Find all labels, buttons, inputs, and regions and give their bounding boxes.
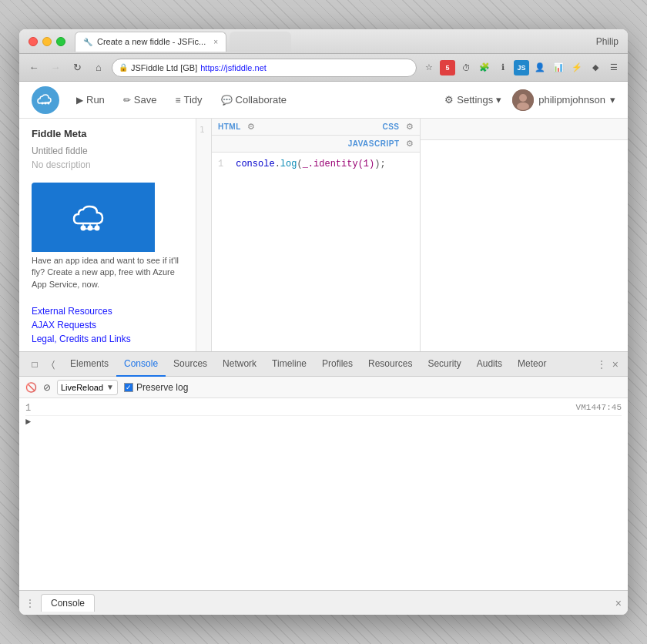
bottom-console-tab[interactable]: Console bbox=[41, 594, 95, 612]
code-console: console bbox=[236, 159, 274, 169]
tab-security[interactable]: Security bbox=[420, 352, 468, 377]
tab-sources[interactable]: Sources bbox=[166, 352, 215, 377]
tab-audits[interactable]: Audits bbox=[469, 352, 510, 377]
ext-icon-1[interactable]: 5 bbox=[440, 60, 455, 75]
external-resources-link[interactable]: External Resources bbox=[32, 305, 183, 317]
home-button[interactable]: ⌂ bbox=[90, 59, 107, 76]
ajax-requests-link[interactable]: AJAX Requests bbox=[32, 319, 183, 331]
settings-label: Settings bbox=[457, 94, 493, 106]
ext-icon-9[interactable]: ◆ bbox=[588, 60, 603, 75]
devtools-close-icon[interactable]: × bbox=[609, 358, 622, 371]
devtools-inspect-icon[interactable]: □ bbox=[25, 355, 44, 374]
title-bar: 🔧 Create a new fiddle - JSFic... × Phili… bbox=[19, 29, 628, 54]
css-gear-icon[interactable]: ⚙ bbox=[406, 122, 414, 132]
tab-title: Create a new fiddle - JSFic... bbox=[97, 37, 206, 46]
js-gear-icon[interactable]: ⚙ bbox=[406, 139, 414, 149]
nav-bar: ← → ↻ ⌂ 🔒 JSFiddle Ltd [GB] https://jsfi… bbox=[19, 54, 628, 82]
tab-profiles[interactable]: Profiles bbox=[314, 352, 360, 377]
back-button[interactable]: ← bbox=[25, 59, 42, 76]
editor-area: 1 HTML ⚙ CSS ⚙ JAVASCRIPT ⚙ bbox=[196, 119, 628, 351]
sidebar-title: Fiddle Meta bbox=[19, 119, 196, 146]
minimize-button[interactable] bbox=[42, 37, 52, 46]
console-input[interactable] bbox=[34, 416, 622, 428]
tidy-button[interactable]: ≡ Tidy bbox=[168, 89, 210, 110]
user-section[interactable]: philipmjohnson ▾ bbox=[512, 89, 615, 111]
new-tab-area[interactable] bbox=[230, 32, 291, 52]
tab-audits-label: Audits bbox=[477, 358, 502, 369]
save-button[interactable]: ✏ Save bbox=[116, 89, 165, 110]
tab-close-icon[interactable]: × bbox=[213, 38, 218, 46]
ext-icon-3[interactable]: 🧩 bbox=[477, 60, 492, 75]
js-code-editor[interactable]: 1console.log(_.identity(1)); bbox=[212, 153, 420, 351]
tab-security-label: Security bbox=[427, 358, 461, 369]
menu-button[interactable]: ☰ bbox=[606, 60, 622, 75]
bottom-close-icon[interactable]: × bbox=[615, 597, 622, 609]
bookmark-star-icon[interactable]: ☆ bbox=[421, 60, 437, 75]
run-label: Run bbox=[86, 94, 105, 106]
preserve-log-checkbox[interactable]: ✓ Preserve log bbox=[124, 382, 188, 393]
tab-favicon: 🔧 bbox=[83, 38, 92, 46]
js-section: JAVASCRIPT ⚙ 1console.log(_.identity(1))… bbox=[212, 136, 420, 351]
tab-elements[interactable]: Elements bbox=[62, 352, 116, 377]
settings-chevron-icon: ▾ bbox=[496, 94, 501, 106]
browser-tab[interactable]: 🔧 Create a new fiddle - JSFic... × bbox=[75, 32, 226, 52]
code-paren-close: ); bbox=[374, 159, 385, 169]
fiddle-desc[interactable]: No description bbox=[19, 159, 196, 176]
clear-console-icon[interactable]: 🚫 bbox=[25, 382, 37, 393]
close-button[interactable] bbox=[28, 37, 38, 46]
result-content bbox=[421, 140, 629, 351]
devtools-device-icon[interactable]: 〈 bbox=[44, 355, 62, 374]
ext-icon-8[interactable]: ⚡ bbox=[569, 60, 585, 75]
ext-icon-7[interactable]: 📊 bbox=[551, 60, 566, 75]
run-icon: ▶ bbox=[76, 95, 83, 106]
address-bar[interactable]: 🔒 JSFiddle Ltd [GB] https://jsfiddle.net bbox=[112, 59, 417, 77]
run-button[interactable]: ▶ Run bbox=[69, 89, 112, 110]
forward-button[interactable]: → bbox=[47, 59, 64, 76]
code-line-number: 1 bbox=[218, 159, 223, 169]
bottom-menu-icon[interactable]: ⋮ bbox=[25, 598, 35, 609]
code-method-log: log bbox=[280, 159, 297, 169]
avatar bbox=[512, 89, 534, 111]
devtools-more-icon[interactable]: ⋮ bbox=[594, 359, 609, 370]
app-logo bbox=[32, 86, 59, 114]
gear-icon: ⚙ bbox=[444, 94, 454, 106]
html-label: HTML bbox=[218, 122, 241, 131]
sidebar-ad: Have an app idea and want to see if it'l… bbox=[32, 183, 183, 293]
traffic-lights bbox=[28, 37, 65, 46]
address-url: https://jsfiddle.net bbox=[200, 63, 267, 72]
tidy-icon: ≡ bbox=[176, 95, 181, 106]
filter-icon[interactable]: ⊘ bbox=[43, 382, 51, 393]
html-gear-icon[interactable]: ⚙ bbox=[247, 122, 255, 132]
prompt-arrow-icon: ► bbox=[25, 417, 31, 428]
tab-console[interactable]: Console bbox=[116, 352, 166, 377]
code-paren-open: ( bbox=[297, 159, 302, 169]
tab-network[interactable]: Network bbox=[215, 352, 264, 377]
filter-select[interactable]: LiveReload ▼ bbox=[57, 380, 118, 395]
ext-icon-5[interactable]: JS bbox=[514, 60, 529, 75]
tab-resources[interactable]: Resources bbox=[360, 352, 420, 377]
console-source[interactable]: VM1447:45 bbox=[576, 403, 622, 412]
code-arg: _.identity(1) bbox=[303, 159, 375, 169]
fiddle-name[interactable]: Untitled fiddle bbox=[19, 146, 196, 159]
tab-timeline-label: Timeline bbox=[272, 358, 307, 369]
tab-meteor-label: Meteor bbox=[518, 358, 546, 369]
devtools: □ 〈 Elements Console Sources Network Tim… bbox=[19, 351, 628, 590]
save-icon: ✏ bbox=[123, 95, 131, 106]
collaborate-icon: 💬 bbox=[221, 95, 233, 106]
filter-value: LiveReload bbox=[61, 383, 103, 392]
console-prompt: ► bbox=[25, 416, 622, 428]
ext-icon-2[interactable]: ⏱ bbox=[458, 60, 474, 75]
result-header bbox=[421, 119, 629, 140]
collaborate-button[interactable]: 💬 Collaborate bbox=[213, 89, 295, 110]
legal-credits-link[interactable]: Legal, Credits and Links bbox=[32, 333, 183, 345]
ext-icon-6[interactable]: 👤 bbox=[532, 60, 548, 75]
tab-timeline[interactable]: Timeline bbox=[264, 352, 314, 377]
js-panel-header: HTML ⚙ CSS ⚙ bbox=[212, 119, 420, 136]
main-content: Fiddle Meta Untitled fiddle No descripti… bbox=[19, 119, 628, 351]
tab-sources-label: Sources bbox=[173, 358, 207, 369]
maximize-button[interactable] bbox=[56, 37, 65, 46]
ext-icon-4[interactable]: ℹ bbox=[495, 60, 511, 75]
reload-button[interactable]: ↻ bbox=[69, 59, 85, 76]
settings-button[interactable]: ⚙ Settings ▾ bbox=[437, 89, 509, 110]
tab-meteor[interactable]: Meteor bbox=[510, 352, 554, 377]
